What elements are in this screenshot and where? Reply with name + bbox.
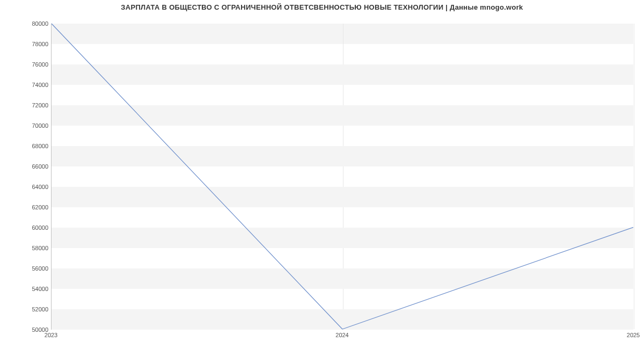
line-series: [52, 24, 633, 329]
y-axis-tick-label: 80000: [27, 20, 48, 27]
chart-title: ЗАРПЛАТА В ОБЩЕСТВО С ОГРАНИЧЕННОЙ ОТВЕТ…: [0, 3, 644, 11]
y-axis-tick-label: 72000: [27, 102, 48, 108]
x-axis-tick-label: 2023: [45, 332, 57, 338]
chart-container: ЗАРПЛАТА В ОБЩЕСТВО С ОГРАНИЧЕННОЙ ОТВЕТ…: [0, 0, 644, 349]
x-axis-tick-label: 2025: [627, 332, 640, 338]
salary-line: [52, 24, 633, 329]
plot-area: [51, 24, 633, 330]
y-axis-tick-label: 78000: [27, 41, 48, 47]
y-axis-tick-label: 62000: [27, 204, 48, 210]
y-axis-tick-label: 70000: [27, 122, 48, 129]
y-axis-tick-label: 68000: [27, 143, 48, 149]
vertical-gridline: [634, 24, 634, 329]
y-axis-tick-label: 60000: [27, 224, 48, 231]
y-axis-tick-label: 54000: [27, 286, 48, 292]
y-axis-tick-label: 66000: [27, 163, 48, 170]
y-axis-tick-label: 52000: [27, 306, 48, 312]
y-axis-tick-label: 64000: [27, 184, 48, 190]
y-axis-tick-label: 76000: [27, 61, 48, 68]
y-axis-tick-label: 74000: [27, 82, 48, 88]
y-axis-tick-label: 58000: [27, 245, 48, 251]
y-axis-tick-label: 56000: [27, 265, 48, 272]
x-axis-tick-label: 2024: [335, 332, 348, 338]
